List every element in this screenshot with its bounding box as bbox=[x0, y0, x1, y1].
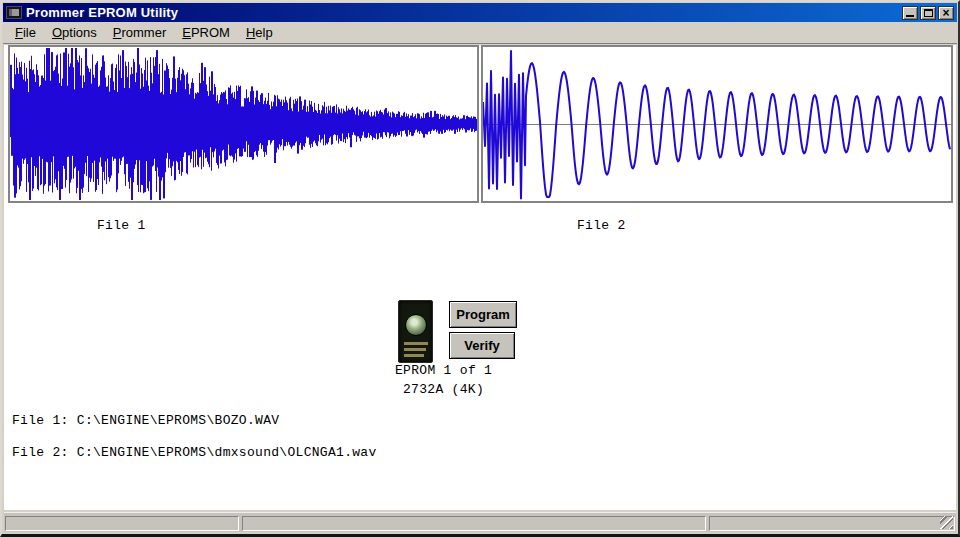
window-controls: × bbox=[902, 6, 954, 20]
chip-label-line bbox=[404, 348, 426, 351]
menu-item-eprom[interactable]: EPROM bbox=[174, 23, 238, 42]
file1-path-text: File 1: C:\ENGINE\EPROMS\BOZO.WAV bbox=[12, 413, 279, 428]
eprom-chip-image bbox=[398, 300, 433, 363]
maximize-icon bbox=[924, 9, 933, 17]
minimize-button[interactable] bbox=[902, 6, 918, 20]
file1-label: File 1 bbox=[97, 218, 146, 233]
waveform-file1 bbox=[10, 47, 477, 201]
client-area: File 1 File 2 Program Verify EPROM 1 of … bbox=[4, 45, 956, 510]
close-icon: × bbox=[942, 8, 949, 18]
menu-item-file[interactable]: File bbox=[7, 23, 44, 42]
menu-rest: rommer bbox=[121, 25, 166, 40]
waveform-panel-file1 bbox=[8, 45, 479, 203]
menu-item-options[interactable]: Options bbox=[44, 23, 105, 42]
app-window: Prommer EPROM Utility × File Options Pro… bbox=[0, 0, 960, 537]
title-bar[interactable]: Prommer EPROM Utility × bbox=[3, 3, 957, 22]
waveform-panel-file2 bbox=[481, 45, 953, 203]
app-icon bbox=[6, 6, 22, 19]
eprom-count-text: EPROM 1 of 1 bbox=[395, 363, 492, 378]
menu-accel: O bbox=[52, 25, 62, 40]
menu-accel: E bbox=[182, 25, 191, 40]
file2-path-text: File 2: C:\ENGINE\EPROMS\dmxsound\OLCNGA… bbox=[12, 445, 377, 460]
menu-item-help[interactable]: Help bbox=[238, 23, 281, 42]
file2-label: File 2 bbox=[577, 218, 626, 233]
menu-item-prommer[interactable]: Prommer bbox=[105, 23, 174, 42]
chip-label-line bbox=[404, 354, 424, 357]
close-button[interactable]: × bbox=[938, 6, 954, 20]
program-button[interactable]: Program bbox=[449, 301, 517, 328]
maximize-button[interactable] bbox=[920, 6, 936, 20]
verify-button[interactable]: Verify bbox=[449, 332, 515, 359]
chip-label-line bbox=[404, 342, 428, 345]
eprom-type-text: 2732A (4K) bbox=[403, 382, 484, 397]
status-panel-3 bbox=[709, 516, 955, 531]
status-panel-1 bbox=[5, 516, 239, 531]
menu-bar: File Options Prommer EPROM Help bbox=[3, 22, 957, 44]
waveform-file2 bbox=[483, 47, 951, 201]
menu-rest: ptions bbox=[62, 25, 97, 40]
menu-rest: PROM bbox=[191, 25, 230, 40]
menu-accel: F bbox=[15, 25, 23, 40]
menu-rest: ile bbox=[23, 25, 36, 40]
resize-grip-icon[interactable] bbox=[940, 516, 953, 529]
status-bar bbox=[4, 512, 956, 532]
menu-accel: H bbox=[246, 25, 255, 40]
chip-quartz-window bbox=[405, 314, 427, 336]
menu-rest: elp bbox=[255, 25, 272, 40]
status-panel-2 bbox=[242, 516, 706, 531]
window-title: Prommer EPROM Utility bbox=[26, 5, 178, 20]
minimize-icon bbox=[906, 15, 914, 17]
